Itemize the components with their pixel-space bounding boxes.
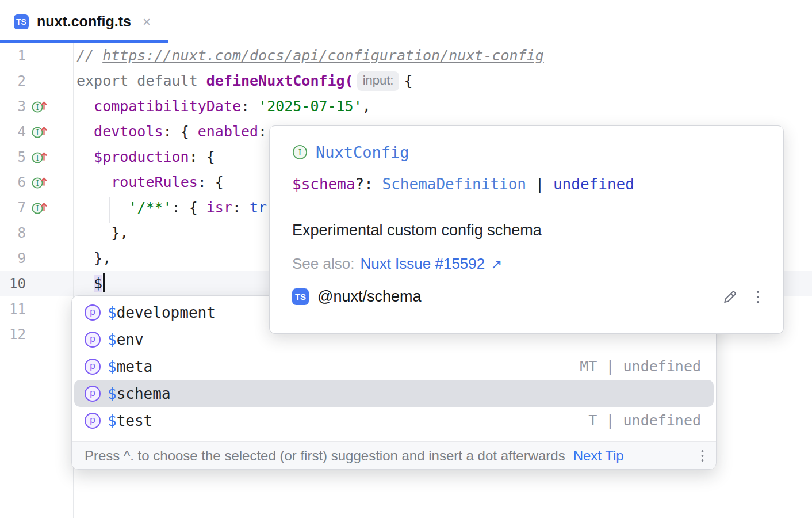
interface-icon: I bbox=[292, 144, 308, 160]
editor-tab-bar: TS nuxt.config.ts × bbox=[0, 0, 812, 43]
property-kind-icon: p bbox=[85, 386, 101, 402]
code-token bbox=[76, 98, 94, 115]
gutter: 9 bbox=[0, 250, 73, 266]
svg-text:I: I bbox=[298, 148, 302, 157]
code-token: }, bbox=[76, 224, 128, 241]
signature-token: ?: bbox=[355, 176, 382, 193]
line-number[interactable]: 7 bbox=[0, 200, 26, 216]
line-number[interactable]: 5 bbox=[0, 149, 26, 165]
next-tip-link[interactable]: Next Tip bbox=[573, 448, 624, 464]
code-token: $production bbox=[94, 148, 189, 165]
gutter: 6 I bbox=[0, 174, 73, 191]
doc-more-options-button[interactable] bbox=[756, 288, 760, 306]
code-token: , bbox=[362, 98, 371, 115]
line-number[interactable]: 2 bbox=[0, 73, 26, 89]
doc-description: Experimental custom config schema bbox=[292, 222, 763, 239]
code-token: enabled bbox=[198, 123, 258, 140]
code-text: $ bbox=[73, 271, 105, 296]
code-token: input: bbox=[357, 71, 400, 91]
code-text: $production: { bbox=[73, 144, 215, 170]
completion-item-test[interactable]: p$testT | undefined bbox=[74, 407, 714, 434]
code-text: export default defineNuxtConfig(input:{ bbox=[73, 68, 413, 94]
code-line[interactable]: 2export default defineNuxtConfig(input:{ bbox=[0, 68, 812, 94]
completion-hint-text: Press ^. to choose the selected (or firs… bbox=[85, 448, 565, 464]
implemented-interface-gutter-icon[interactable]: I bbox=[31, 148, 48, 166]
code-token: isr bbox=[206, 199, 232, 216]
property-kind-icon: p bbox=[85, 359, 101, 375]
gutter: 10 bbox=[0, 276, 73, 292]
line-number[interactable]: 9 bbox=[0, 250, 26, 266]
code-token: compatibilityDate bbox=[94, 98, 241, 115]
line-number[interactable]: 11 bbox=[0, 301, 26, 317]
code-token: '/**' bbox=[128, 199, 171, 216]
typescript-module-icon: TS bbox=[292, 288, 309, 305]
property-kind-icon: p bbox=[85, 304, 101, 321]
completion-label: $env bbox=[108, 331, 144, 348]
kebab-menu-icon bbox=[700, 448, 704, 463]
gutter: 1 bbox=[0, 48, 73, 64]
code-token: https://nuxt.com/docs/api/configuration/… bbox=[102, 47, 544, 64]
completion-label: $development bbox=[108, 304, 216, 321]
svg-text:I: I bbox=[36, 154, 39, 162]
line-number[interactable]: 3 bbox=[0, 98, 26, 115]
doc-divider bbox=[292, 207, 763, 207]
completion-hint-bar: Press ^. to choose the selected (or firs… bbox=[72, 441, 716, 469]
line-number[interactable]: 10 bbox=[0, 276, 26, 292]
implemented-interface-gutter-icon[interactable]: I bbox=[31, 123, 48, 140]
code-text: }, bbox=[73, 246, 111, 271]
tab-title: nuxt.config.ts bbox=[37, 13, 131, 30]
code-editor[interactable]: 1// https://nuxt.com/docs/api/configurat… bbox=[0, 43, 812, 518]
hint-more-options-button[interactable] bbox=[700, 448, 704, 463]
line-number[interactable]: 6 bbox=[0, 174, 26, 191]
see-also-link[interactable]: Nuxt Issue #15592 bbox=[360, 255, 485, 273]
code-token: : bbox=[232, 199, 250, 216]
code-token: : { bbox=[198, 174, 224, 191]
svg-text:I: I bbox=[36, 104, 39, 112]
line-number[interactable]: 8 bbox=[0, 225, 26, 241]
code-token: devtools bbox=[94, 123, 163, 140]
line-number[interactable]: 12 bbox=[0, 326, 26, 342]
signature-token: undefined bbox=[553, 176, 634, 193]
code-token: : { bbox=[172, 199, 206, 216]
code-token: export default bbox=[76, 73, 206, 89]
code-line[interactable]: 3 I compatibilityDate: '2025-07-15', bbox=[0, 94, 812, 119]
doc-signature: $schema?: SchemaDefinition | undefined bbox=[292, 176, 763, 193]
code-token bbox=[76, 174, 111, 191]
tab-nuxt-config[interactable]: TS nuxt.config.ts × bbox=[0, 0, 168, 43]
line-number[interactable]: 4 bbox=[0, 124, 26, 140]
code-line[interactable]: 1// https://nuxt.com/docs/api/configurat… bbox=[0, 43, 812, 68]
svg-text:I: I bbox=[36, 180, 39, 188]
completion-label: $meta bbox=[108, 358, 152, 375]
completion-item-schema[interactable]: p$schema bbox=[74, 380, 714, 407]
code-token: defineNuxtConfig( bbox=[206, 73, 354, 89]
completion-label: $test bbox=[108, 412, 152, 429]
completion-item-meta[interactable]: p$metaMT | undefined bbox=[74, 353, 714, 380]
text-caret bbox=[103, 273, 105, 292]
edit-source-button[interactable] bbox=[721, 288, 738, 306]
code-token: { bbox=[404, 73, 412, 89]
gutter: 7 I bbox=[0, 199, 73, 216]
completion-type-detail: T | undefined bbox=[588, 412, 701, 429]
pencil-icon bbox=[721, 288, 738, 306]
doc-symbol-name[interactable]: NuxtConfig bbox=[316, 143, 409, 161]
close-tab-icon[interactable]: × bbox=[143, 15, 151, 29]
code-token: routeRules bbox=[111, 174, 198, 191]
kebab-menu-icon bbox=[756, 288, 760, 306]
doc-see-also: See also: Nuxt Issue #15592 ↗ bbox=[292, 255, 763, 273]
svg-text:I: I bbox=[36, 205, 39, 213]
implemented-interface-gutter-icon[interactable]: I bbox=[31, 174, 48, 191]
gutter: 12 bbox=[0, 326, 73, 342]
line-number[interactable]: 1 bbox=[0, 48, 26, 64]
property-kind-icon: p bbox=[85, 413, 101, 429]
code-token bbox=[76, 148, 94, 165]
see-also-label: See also: bbox=[292, 255, 354, 273]
signature-token: $schema bbox=[292, 176, 355, 193]
implemented-interface-gutter-icon[interactable]: I bbox=[31, 199, 48, 216]
signature-token: | bbox=[526, 176, 553, 193]
code-token: : { bbox=[189, 148, 215, 165]
implemented-interface-gutter-icon[interactable]: I bbox=[31, 98, 48, 115]
code-token bbox=[76, 199, 128, 216]
svg-text:I: I bbox=[36, 129, 39, 137]
doc-header: I NuxtConfig bbox=[292, 143, 763, 161]
gutter: 2 bbox=[0, 73, 73, 89]
